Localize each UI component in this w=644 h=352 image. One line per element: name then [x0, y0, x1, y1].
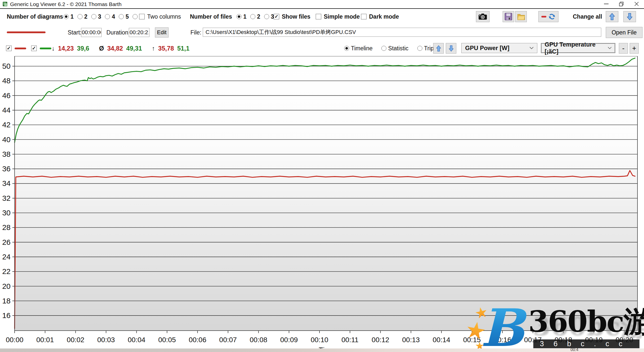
diagram-down-button[interactable]: [446, 43, 456, 54]
svg-text:00:13: 00:13: [402, 336, 420, 344]
diagrams-label: Number of diagrams: [7, 13, 63, 20]
channel2-dropdown[interactable]: GPU Temperature [¡ãC]: [541, 43, 615, 53]
simple-mode-checkbox[interactable]: Simple mode: [316, 9, 360, 24]
dark-mode-label: Dark mode: [369, 13, 399, 20]
duration-label: Duration:: [106, 29, 130, 36]
arrow-up-icon: [436, 45, 441, 52]
generic-log-viewer-window: Generic Log Viewer 6.2 - © 2021 Thomas B…: [0, 0, 644, 352]
change-all-up-button[interactable]: [606, 11, 618, 22]
minimize-button[interactable]: [599, 0, 614, 8]
camera-icon: [478, 13, 487, 20]
radio-label: 2: [257, 13, 260, 20]
edit-button[interactable]: Edit: [155, 27, 169, 37]
save-button[interactable]: [503, 11, 514, 22]
svg-text:00:12: 00:12: [372, 336, 389, 344]
file-toolbar: Start: Duration: Edit File: Open File: [0, 25, 644, 40]
main-toolbar: Number of diagrams 123456 Two columns Nu…: [0, 9, 644, 24]
radio-label: Timeline: [351, 45, 373, 52]
diagram-up-button[interactable]: [433, 43, 444, 54]
max-icon: ↑: [152, 45, 155, 52]
channel1-dropdown[interactable]: GPU Power [W]: [461, 43, 537, 53]
watermark-brand-text: 360bc游戏: [528, 302, 644, 341]
diagrams-option-4[interactable]: 4: [105, 13, 115, 20]
radio-icon: [344, 46, 349, 51]
start-label-wrap: Start:: [68, 25, 82, 40]
view-option-timeline[interactable]: Timeline: [344, 45, 373, 52]
svg-text:00:09: 00:09: [280, 336, 298, 344]
close-button[interactable]: [629, 0, 644, 8]
files-option-2[interactable]: 2: [250, 13, 260, 20]
series2-checkbox[interactable]: [31, 46, 37, 51]
max-value-red: 35,78: [158, 45, 174, 52]
files-option-1[interactable]: 1: [236, 13, 247, 20]
arrow-down-icon: [449, 45, 454, 52]
minimize-icon: [604, 4, 609, 4]
zoom-out-button[interactable]: -: [619, 43, 628, 54]
svg-text:44: 44: [2, 106, 11, 114]
svg-text:00:14: 00:14: [433, 336, 450, 344]
svg-text:00:00: 00:00: [6, 336, 23, 344]
window-title: Generic Log Viewer 6.2 - © 2021 Thomas B…: [10, 1, 122, 7]
series1-checkbox[interactable]: [6, 46, 12, 51]
channel2-value: GPU Temperature [¡ãC]: [545, 41, 608, 55]
360bc-logo-icon: B ★ ★ ★: [467, 303, 531, 351]
svg-text:22: 22: [2, 267, 11, 276]
app-icon: [3, 2, 8, 7]
checkbox-icon: [316, 14, 321, 19]
radio-icon: [250, 14, 255, 19]
dark-mode-checkbox[interactable]: Dark mode: [361, 9, 399, 24]
radio-label: 3: [98, 13, 101, 20]
two-columns-checkbox[interactable]: Two columns: [139, 9, 181, 24]
radio-icon: [91, 14, 96, 19]
radio-icon: [381, 46, 386, 51]
bottom-strip-text: 00:4: [571, 347, 578, 352]
open-folder-button[interactable]: [515, 11, 527, 22]
view-option-statistic[interactable]: Statistic: [381, 45, 409, 52]
simple-mode-label: Simple mode: [324, 13, 360, 20]
svg-text:00:05: 00:05: [158, 336, 176, 344]
screenshot-button[interactable]: [476, 11, 490, 22]
svg-text:18: 18: [2, 297, 11, 305]
reset-channels-button[interactable]: [538, 11, 558, 22]
series1-color-sample: [15, 48, 26, 49]
files-group: Number of files: [190, 9, 232, 24]
chevron-down-icon: [608, 47, 612, 49]
file-label-wrap: File:: [190, 25, 201, 40]
files-option-3[interactable]: 3: [264, 13, 274, 20]
files-label: Number of files: [190, 13, 232, 20]
svg-text:20: 20: [2, 282, 11, 290]
svg-text:48: 48: [2, 76, 11, 85]
file-path-input[interactable]: [203, 28, 601, 37]
svg-text:00:04: 00:04: [128, 336, 145, 344]
radio-icon: [133, 14, 138, 19]
start-label: Start:: [68, 29, 82, 36]
change-all-down-button[interactable]: [623, 11, 636, 22]
diagrams-option-5[interactable]: 5: [119, 13, 129, 20]
show-files-checkbox[interactable]: Show files: [274, 9, 310, 24]
start-time-input[interactable]: [81, 28, 102, 37]
arrow-down-icon: [627, 13, 632, 20]
watermark-url-text: 36bc.cc: [540, 340, 632, 348]
radio-label: 4: [112, 13, 115, 20]
files-radio-group: 123: [236, 9, 278, 24]
min-value-red: 14,23: [58, 45, 74, 52]
channel1-value: GPU Power [W]: [465, 45, 509, 52]
zoom-in-button[interactable]: +: [630, 43, 639, 54]
svg-text:50: 50: [2, 62, 11, 70]
svg-text:42: 42: [2, 121, 11, 129]
save-icon: [505, 13, 512, 20]
restore-button[interactable]: [614, 0, 629, 8]
duration-input[interactable]: [129, 28, 149, 37]
svg-text:36: 36: [2, 165, 11, 173]
open-file-button[interactable]: Open File: [606, 27, 642, 38]
file-label: File:: [190, 29, 201, 36]
diagrams-option-2[interactable]: 2: [77, 13, 88, 20]
diagrams-option-3[interactable]: 3: [91, 13, 101, 20]
avg-value-green: 49,31: [126, 45, 142, 52]
radio-label: 1: [243, 13, 247, 20]
diagrams-option-1[interactable]: 1: [64, 13, 74, 20]
close-icon: [634, 2, 639, 6]
svg-text:24: 24: [2, 253, 11, 261]
radio-icon: [236, 14, 242, 19]
min-icon: ↓: [52, 45, 55, 52]
